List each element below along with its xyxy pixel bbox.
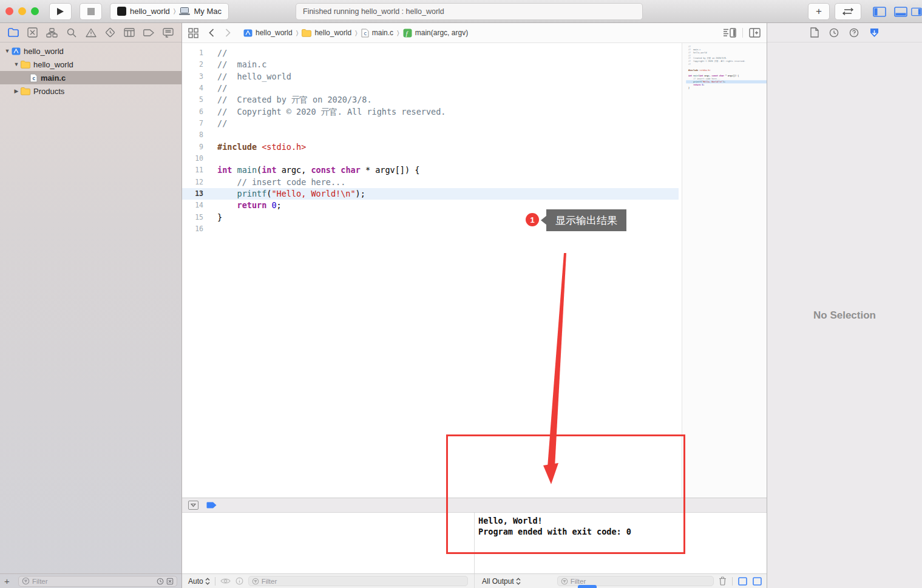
line-number[interactable]: 7 (182, 118, 209, 129)
line-number[interactable]: 12 (182, 177, 209, 188)
close-button[interactable] (5, 7, 13, 15)
breadcrumb-item-0[interactable]: hello_world (243, 29, 293, 38)
code-line-13[interactable]: 13 printf("Hello, World!\n"); (182, 188, 679, 200)
line-number[interactable]: 6 (182, 106, 209, 118)
scheme-selector[interactable]: hello_world 〉 My Mac (110, 3, 229, 20)
report-navigator-tab[interactable] (161, 26, 175, 39)
code-line-15[interactable]: 15} (182, 212, 679, 223)
code-line-9[interactable]: 9#include <stdio.h> (182, 141, 679, 153)
code-line-4[interactable]: 4// (182, 83, 679, 94)
code-line-7[interactable]: 7// (182, 118, 679, 129)
line-number[interactable]: 15 (182, 212, 209, 223)
breakpoints-toggle-icon[interactable] (206, 502, 217, 509)
source-control-status-icon[interactable] (166, 578, 174, 585)
console-output[interactable]: Hello, World!Program ended with exit cod… (474, 513, 767, 573)
accessibility-inspector-tab[interactable] (869, 28, 880, 38)
show-console-icon[interactable] (753, 577, 762, 586)
code-line-8[interactable]: 8 (182, 129, 679, 141)
clear-console-trash-icon[interactable] (719, 576, 727, 586)
console-scope-dropdown[interactable]: All Output (482, 577, 521, 586)
quick-help-inspector-tab[interactable] (849, 28, 859, 38)
back-button[interactable] (209, 29, 214, 37)
variables-view[interactable] (182, 513, 474, 573)
toggle-debug-area-button[interactable] (890, 3, 911, 20)
project-navigator-tab[interactable] (6, 26, 21, 39)
add-editor-button[interactable] (749, 28, 761, 38)
add-file-button[interactable]: + (4, 576, 14, 586)
minimize-button[interactable] (18, 7, 26, 15)
code-line-3[interactable]: 3// hello_world (182, 71, 679, 83)
find-navigator-tab[interactable] (64, 26, 79, 39)
line-number[interactable]: 13 (182, 188, 209, 200)
console-scope-label: All Output (482, 577, 514, 586)
tree-item-main_c[interactable]: cmain.c (0, 71, 181, 84)
line-number[interactable]: 5 (182, 94, 209, 106)
zoom-button[interactable] (31, 7, 39, 15)
breadcrumb-item-1[interactable]: hello_world (302, 29, 351, 37)
symbol-navigator-tab[interactable] (45, 26, 59, 39)
line-number[interactable]: 2 (182, 59, 209, 70)
filter-placeholder: Filter (571, 578, 710, 585)
code-lines[interactable]: 1//2// main.c3// hello_world4//5// Creat… (182, 43, 679, 235)
line-number[interactable]: 8 (182, 129, 209, 141)
show-variables-view-icon[interactable] (738, 577, 747, 586)
inspector-body: No Selection (767, 42, 922, 588)
run-button[interactable] (49, 3, 72, 20)
related-items-icon[interactable] (188, 28, 198, 38)
editor-options-button[interactable] (723, 28, 736, 38)
disclosure-triangle-icon[interactable]: ▶ (12, 88, 21, 94)
folder-icon (21, 87, 30, 95)
toggle-inspector-button[interactable] (911, 3, 922, 20)
tree-item-Products[interactable]: ▶Products (0, 84, 181, 98)
window-titlebar: hello_world 〉 My Mac Finished running he… (0, 0, 922, 23)
line-number[interactable]: 16 (182, 223, 209, 235)
code-line-12[interactable]: 12 // insert code here... (182, 177, 679, 188)
debug-navigator-tab[interactable] (122, 26, 137, 39)
line-number[interactable]: 1 (182, 47, 209, 59)
source-editor[interactable]: 1//2// main.c3// hello_world4//5// Creat… (182, 43, 767, 498)
hide-debug-area-button[interactable] (188, 501, 198, 510)
source-control-navigator-tab[interactable] (25, 26, 40, 39)
code-line-11[interactable]: 11int main(int argc, const char * argv[]… (182, 164, 679, 176)
breakpoint-navigator-tab[interactable] (141, 26, 156, 39)
tree-item-label: hello_world (24, 47, 64, 56)
tree-item-hello_world[interactable]: ▼hello_world (0, 58, 181, 71)
minimap[interactable]: //// main.c// hello_world//// Created by… (682, 43, 767, 498)
test-navigator-tab[interactable] (103, 26, 117, 39)
code-line-2[interactable]: 2// main.c (182, 59, 679, 70)
variables-filter-input[interactable]: Filter (248, 576, 468, 586)
disclosure-triangle-icon[interactable]: ▼ (3, 48, 12, 54)
code-line-10[interactable]: 10 (182, 153, 679, 164)
navigator-filter-input[interactable]: Filter (18, 576, 177, 587)
tree-item-hello_world[interactable]: ▼hello_world (0, 44, 181, 58)
stop-button[interactable] (80, 3, 102, 20)
code-line-5[interactable]: 5// Created by 亓官 on 2020/3/8. (182, 94, 679, 106)
forward-button[interactable] (225, 29, 231, 37)
history-inspector-tab[interactable] (829, 28, 839, 38)
code-line-14[interactable]: 14 return 0; (182, 200, 679, 211)
line-number[interactable]: 4 (182, 83, 209, 94)
breadcrumb-item-3[interactable]: fmain(argc, argv) (403, 29, 468, 38)
file-inspector-tab[interactable] (810, 27, 819, 38)
console-filter-input[interactable]: Filter (557, 576, 714, 586)
recent-files-clock-icon[interactable] (157, 578, 164, 585)
breadcrumb-item-2[interactable]: cmain.c (361, 29, 393, 38)
issue-navigator-tab[interactable] (84, 26, 98, 39)
code-line-16[interactable]: 16 (182, 223, 679, 235)
line-number[interactable]: 14 (182, 200, 209, 211)
code-line-1[interactable]: 1// (182, 47, 679, 59)
info-icon[interactable] (236, 577, 243, 585)
library-add-button[interactable]: + (808, 3, 830, 20)
debug-area: Hello, World!Program ended with exit cod… (182, 513, 767, 573)
view-mode-eye-icon[interactable] (220, 578, 231, 584)
toggle-navigator-button[interactable] (869, 3, 890, 20)
disclosure-triangle-icon[interactable]: ▼ (12, 61, 21, 67)
code-line-6[interactable]: 6// Copyright © 2020 亓官. All rights rese… (182, 106, 679, 118)
line-number[interactable]: 9 (182, 141, 209, 153)
variables-scope-dropdown[interactable]: Auto (188, 577, 210, 586)
line-number[interactable]: 3 (182, 71, 209, 83)
line-number[interactable]: 11 (182, 164, 209, 176)
breadcrumb-label: main(argc, argv) (415, 29, 468, 37)
editor-mode-button[interactable] (835, 3, 861, 20)
line-number[interactable]: 10 (182, 153, 209, 164)
